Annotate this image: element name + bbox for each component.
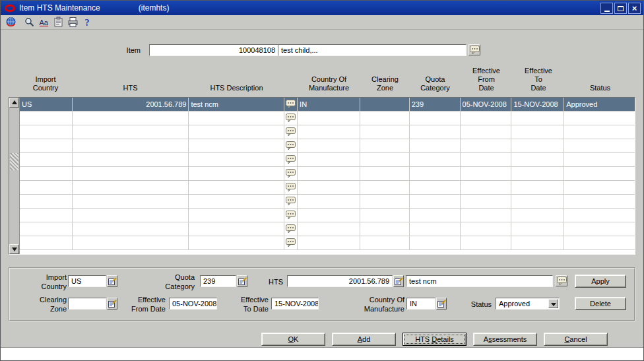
cell-import-country[interactable]	[20, 222, 73, 236]
table-row[interactable]	[20, 125, 635, 139]
cell-effective-to[interactable]	[511, 236, 564, 249]
minimize-button[interactable]	[600, 3, 613, 14]
status-select[interactable]: Approved	[496, 298, 560, 310]
cell-effective-to[interactable]	[511, 112, 564, 125]
cell-country-of-manufacture[interactable]	[298, 209, 360, 222]
cell-comment[interactable]	[284, 209, 298, 222]
ok-button[interactable]: OK	[261, 333, 325, 346]
cell-country-of-manufacture[interactable]	[298, 195, 360, 208]
cell-hts-description[interactable]	[189, 139, 284, 152]
cell-import-country[interactable]	[20, 125, 73, 139]
import-country-lov-button[interactable]	[107, 275, 117, 287]
cell-quota-category[interactable]	[410, 195, 461, 208]
cell-clearing-zone[interactable]	[360, 195, 410, 208]
cell-comment[interactable]	[284, 125, 298, 139]
cell-comment[interactable]	[284, 139, 298, 152]
cell-effective-to[interactable]	[511, 153, 564, 166]
table-row[interactable]	[20, 139, 635, 153]
table-row-selected[interactable]: US 2001.56.789 test ncm IN 239 05-NOV-20…	[20, 98, 635, 112]
hts-description-field[interactable]: test ncm	[406, 275, 553, 287]
cell-import-country[interactable]	[20, 139, 73, 152]
table-row[interactable]	[20, 195, 635, 209]
cell-effective-from[interactable]	[461, 181, 512, 194]
cell-quota-category[interactable]	[410, 236, 461, 249]
cell-comment[interactable]	[284, 222, 298, 236]
delete-button[interactable]: Delete	[575, 297, 626, 310]
cell-country-of-manufacture[interactable]	[298, 236, 360, 249]
cell-country-of-manufacture[interactable]	[298, 222, 360, 236]
cell-clearing-zone[interactable]	[360, 209, 410, 222]
table-row[interactable]	[20, 153, 635, 167]
table-row[interactable]	[20, 236, 635, 250]
clearing-zone-field[interactable]	[68, 298, 106, 310]
cell-import-country[interactable]	[20, 112, 73, 125]
cell-hts-description[interactable]	[189, 112, 284, 125]
cell-clearing-zone[interactable]	[360, 153, 410, 166]
cell-effective-to[interactable]	[511, 181, 564, 194]
cell-clearing-zone[interactable]	[360, 139, 410, 152]
cell-hts[interactable]: 2001.56.789	[73, 98, 189, 111]
cell-country-of-manufacture[interactable]: IN	[298, 98, 360, 111]
cell-hts[interactable]	[73, 236, 189, 249]
cell-hts-description[interactable]	[189, 195, 284, 208]
scroll-up-button[interactable]	[9, 98, 19, 108]
hts-lov-button[interactable]	[393, 275, 404, 287]
cell-effective-from[interactable]	[461, 139, 512, 152]
cell-hts[interactable]	[73, 153, 189, 166]
cell-hts-description[interactable]	[189, 167, 284, 180]
cell-quota-category[interactable]	[410, 222, 461, 236]
cell-import-country[interactable]	[20, 209, 73, 222]
item-description-field[interactable]: test child,...	[278, 44, 467, 56]
cell-hts[interactable]	[73, 209, 189, 222]
cell-comment[interactable]	[284, 181, 298, 194]
cell-comment[interactable]	[284, 167, 298, 180]
cell-country-of-manufacture[interactable]	[298, 167, 360, 180]
cell-status[interactable]: Approved	[564, 98, 635, 111]
quota-category-field[interactable]: 239	[200, 275, 236, 287]
cell-country-of-manufacture[interactable]	[298, 139, 360, 152]
cell-comment[interactable]	[284, 153, 298, 166]
edit-icon[interactable]: Aa	[38, 16, 50, 28]
cell-effective-to[interactable]	[511, 139, 564, 152]
cell-status[interactable]	[564, 167, 635, 180]
cell-comment[interactable]	[284, 236, 298, 249]
maximize-button[interactable]	[614, 3, 627, 14]
cell-effective-to[interactable]: 15-NOV-2008	[511, 98, 564, 111]
cell-import-country[interactable]	[20, 153, 73, 166]
cell-country-of-manufacture[interactable]	[298, 181, 360, 194]
effective-to-date-field[interactable]: 15-NOV-2008	[271, 298, 319, 310]
cell-country-of-manufacture[interactable]	[298, 153, 360, 166]
cell-quota-category[interactable]	[410, 181, 461, 194]
hts-comment-button[interactable]	[556, 275, 567, 286]
cell-hts[interactable]	[73, 125, 189, 139]
cell-hts-description[interactable]	[189, 153, 284, 166]
cell-hts[interactable]	[73, 139, 189, 152]
add-button[interactable]: Add	[332, 333, 396, 346]
table-row[interactable]	[20, 222, 635, 236]
cell-effective-from[interactable]	[461, 153, 512, 166]
hts-field[interactable]: 2001.56.789	[287, 275, 393, 287]
cell-comment[interactable]	[284, 98, 298, 111]
cell-clearing-zone[interactable]	[360, 112, 410, 125]
cell-country-of-manufacture[interactable]	[298, 125, 360, 139]
scroll-thumb[interactable]	[10, 153, 18, 170]
cell-effective-from[interactable]	[461, 112, 512, 125]
import-country-field[interactable]: US	[68, 275, 106, 287]
cell-clearing-zone[interactable]	[360, 222, 410, 236]
cell-hts-description[interactable]: test ncm	[189, 98, 284, 111]
cell-effective-from[interactable]	[461, 195, 512, 208]
cell-hts-description[interactable]	[189, 222, 284, 236]
cell-country-of-manufacture[interactable]	[298, 112, 360, 125]
menu-globe-icon[interactable]	[5, 16, 17, 28]
cell-quota-category[interactable]	[410, 139, 461, 152]
cell-import-country[interactable]	[20, 236, 73, 249]
cell-status[interactable]	[564, 125, 635, 139]
cell-status[interactable]	[564, 209, 635, 222]
cell-effective-from[interactable]: 05-NOV-2008	[461, 98, 512, 111]
item-number-field[interactable]: 100048108	[149, 44, 278, 56]
cell-clearing-zone[interactable]	[360, 236, 410, 249]
cell-effective-from[interactable]	[461, 125, 512, 139]
cell-effective-to[interactable]	[511, 125, 564, 139]
table-row[interactable]	[20, 181, 635, 195]
cell-clearing-zone[interactable]	[360, 98, 410, 111]
